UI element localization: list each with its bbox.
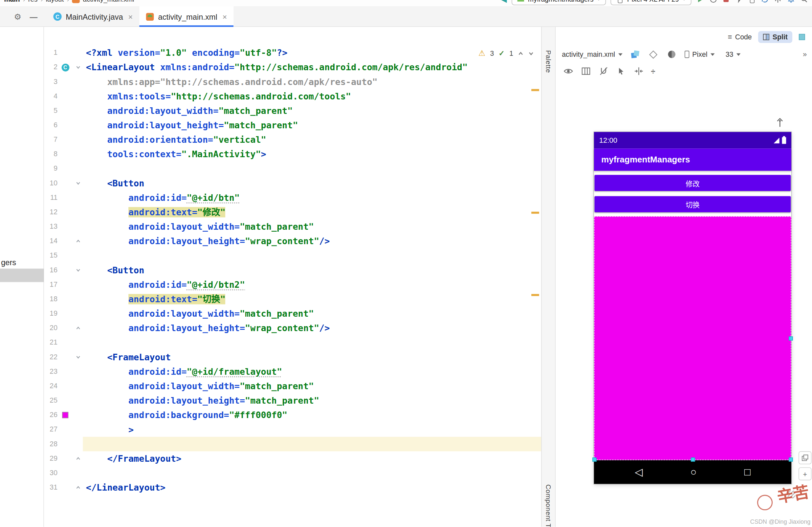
code-text[interactable]: android:layout_width="match_parent" [83, 220, 541, 234]
code-line[interactable]: 10 <Button [44, 176, 541, 190]
code-text[interactable]: > [83, 422, 541, 437]
selection-handle[interactable] [789, 336, 793, 340]
code-line[interactable]: 21 [44, 335, 541, 350]
tab-activity-main-xml[interactable]: activity_main.xml × [140, 6, 234, 27]
code-text[interactable] [83, 466, 541, 480]
breadcrumb-item-layout[interactable]: layout [46, 0, 64, 3]
fold-marker-icon[interactable] [73, 480, 83, 495]
device-manager-icon[interactable] [748, 0, 756, 3]
code-text[interactable]: android:layout_width="match_parent" [83, 379, 541, 393]
code-line[interactable]: 26 android:background="#fff000f0" [44, 408, 541, 422]
code-line[interactable]: 16 <Button [44, 263, 541, 277]
code-line[interactable]: 5 android:layout_width="match_parent" [44, 103, 541, 118]
code-text[interactable]: <?xml version="1.0" encoding="utf-8"?> [83, 46, 541, 60]
view-options-eye-icon[interactable] [563, 66, 573, 76]
code-text[interactable]: <Button [83, 263, 541, 277]
code-text[interactable]: android:layout_height="wrap_content"/> [83, 321, 541, 335]
mode-code-button[interactable]: ≡ Code [723, 31, 756, 43]
code-text[interactable]: </LinearLayout> [83, 480, 541, 495]
code-line[interactable]: 25 android:layout_height="match_parent" [44, 393, 541, 408]
tab-mainactivity-java[interactable]: C MainActivity.java × [47, 6, 140, 27]
code-text[interactable]: android:layout_width="match_parent" [83, 103, 541, 118]
target-device-selector[interactable]: Pixel 4 XL API 29 [611, 0, 692, 5]
code-line[interactable]: 24 android:layout_width="match_parent" [44, 379, 541, 393]
sync-icon[interactable] [761, 0, 769, 3]
blueprint-toggle-icon[interactable] [648, 49, 659, 60]
caret-line[interactable] [83, 437, 541, 451]
sdk-manager-icon[interactable] [773, 0, 782, 3]
code-text[interactable]: android:text="修改" [83, 205, 541, 220]
profiler-icon[interactable] [709, 0, 717, 3]
code-text[interactable]: android:layout_width="match_parent" [83, 306, 541, 321]
code-line[interactable]: 11 android:id="@+id/btn" [44, 190, 541, 205]
zoom-in-button[interactable]: + [799, 467, 811, 480]
back-arrow-icon[interactable]: ◀ [501, 0, 507, 3]
code-line[interactable]: 23 android:id="@+id/framelayout" [44, 364, 541, 379]
component-tree-stripe-button[interactable]: Component Tree [545, 484, 552, 527]
selection-handle[interactable] [592, 457, 597, 462]
fold-marker-icon[interactable] [73, 234, 83, 249]
code-line[interactable]: 6 android:layout_height="match_parent" [44, 118, 541, 133]
code-line[interactable]: 15 [44, 249, 541, 263]
palette-stripe-button[interactable]: Palette [545, 50, 552, 73]
code-line[interactable]: 28 [44, 437, 541, 451]
warning-stripe-mark[interactable] [531, 89, 539, 91]
warning-stripe-mark[interactable] [531, 212, 539, 214]
frame-layout-preview[interactable] [594, 216, 791, 460]
notifications-icon[interactable] [787, 0, 795, 3]
code-text[interactable]: xmlns:tools="http://schemas.android.com/… [83, 89, 541, 103]
stop-button[interactable] [722, 0, 730, 3]
code-text[interactable]: <FrameLayout [83, 350, 541, 364]
code-line[interactable]: 31</LinearLayout> [44, 480, 541, 495]
code-text[interactable]: tools:context=".MainActivity"> [83, 147, 541, 162]
color-swatch-gutter-icon[interactable] [57, 408, 73, 422]
code-text[interactable]: <Button [83, 176, 541, 190]
default-margins-icon[interactable]: ÷ [651, 66, 655, 75]
surface-layers-icon[interactable] [630, 49, 641, 60]
magnet-autoconnect-off-icon[interactable] [598, 66, 609, 76]
code-line[interactable]: 12 android:text="修改" [44, 205, 541, 220]
orientation-theme-icon[interactable] [667, 49, 677, 60]
code-text[interactable] [83, 162, 541, 176]
code-text[interactable]: android:text="切换" [83, 292, 541, 306]
close-icon[interactable]: × [128, 12, 133, 21]
code-line[interactable]: 30 [44, 466, 541, 480]
code-text[interactable]: android:layout_height="match_parent" [83, 393, 541, 408]
code-text[interactable]: android:layout_height="wrap_content"/> [83, 234, 541, 249]
pan-cursor-icon[interactable] [615, 66, 626, 76]
design-api-selector[interactable]: 33 [722, 50, 740, 58]
preview-button-btn[interactable]: 修改 [595, 175, 791, 191]
code-text[interactable]: </FrameLayout> [83, 451, 541, 466]
close-icon[interactable]: × [223, 12, 227, 21]
next-issue-icon[interactable] [528, 50, 534, 56]
mode-split-button[interactable]: Split [758, 31, 792, 43]
code-line[interactable]: 14 android:layout_height="wrap_content"/… [44, 234, 541, 249]
code-editor[interactable]: 1<?xml version="1.0" encoding="utf-8"?>2… [44, 27, 541, 527]
code-text[interactable]: android:background="#fff000f0" [83, 408, 541, 422]
inspections-widget[interactable]: ⚠ 3 ✓ 1 [478, 48, 534, 58]
project-tree-item-truncated[interactable]: gers [1, 258, 16, 267]
device-preview[interactable]: 12:00 myfragmentManagers 修改 切换 [594, 132, 791, 484]
more-toolbar-icon[interactable]: » [803, 50, 806, 58]
guidelines-columns-icon[interactable] [581, 66, 591, 76]
breadcrumb-item-main[interactable]: main [4, 0, 20, 3]
code-line[interactable]: 29 </FrameLayout> [44, 451, 541, 466]
code-line[interactable]: 7 android:orientation="vertical" [44, 133, 541, 147]
code-line[interactable]: 22 <FrameLayout [44, 350, 541, 364]
code-text[interactable] [83, 335, 541, 350]
code-line[interactable]: 18 android:text="切换" [44, 292, 541, 306]
preview-status-bar[interactable]: 12:00 [594, 132, 791, 148]
code-text[interactable]: android:orientation="vertical" [83, 133, 541, 147]
code-line[interactable]: 3 xmlns:app="http://schemas.android.com/… [44, 75, 541, 89]
fold-marker-icon[interactable] [73, 321, 83, 335]
code-line[interactable]: 4 xmlns:tools="http://schemas.android.co… [44, 89, 541, 103]
breadcrumb-item-res[interactable]: res [28, 0, 38, 3]
preview-app-bar[interactable]: myfragmentManagers [594, 149, 791, 171]
design-device-selector[interactable]: Pixel [685, 50, 715, 58]
nav-recents-icon[interactable]: □ [744, 466, 751, 478]
code-line[interactable]: 8 tools:context=".MainActivity"> [44, 147, 541, 162]
code-text[interactable]: android:id="@+id/btn2" [83, 277, 541, 292]
preview-button-btn2[interactable]: 切换 [595, 196, 791, 212]
code-text[interactable]: android:layout_height="match_parent" [83, 118, 541, 133]
design-file-selector[interactable]: activity_main.xml [562, 50, 622, 58]
